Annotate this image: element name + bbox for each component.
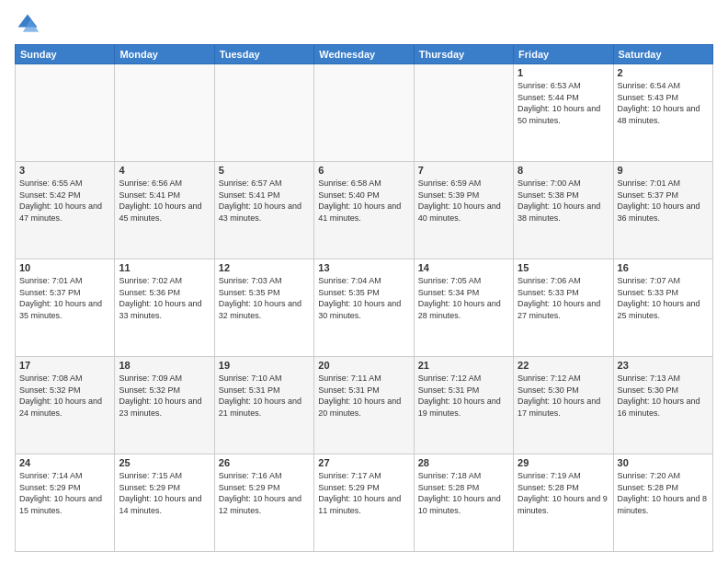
calendar-cell: 15Sunrise: 7:06 AM Sunset: 5:33 PM Dayli…	[514, 259, 613, 357]
day-info: Sunrise: 6:57 AM Sunset: 5:41 PM Dayligh…	[219, 178, 310, 224]
day-info: Sunrise: 7:02 AM Sunset: 5:36 PM Dayligh…	[119, 275, 210, 321]
calendar-cell: 25Sunrise: 7:15 AM Sunset: 5:29 PM Dayli…	[115, 454, 214, 552]
calendar-cell: 5Sunrise: 6:57 AM Sunset: 5:41 PM Daylig…	[214, 162, 313, 259]
calendar-cell: 13Sunrise: 7:04 AM Sunset: 5:35 PM Dayli…	[314, 259, 414, 357]
day-number: 15	[518, 262, 609, 273]
calendar-cell: 17Sunrise: 7:08 AM Sunset: 5:32 PM Dayli…	[16, 357, 115, 454]
day-info: Sunrise: 7:12 AM Sunset: 5:30 PM Dayligh…	[518, 373, 609, 419]
day-number: 1	[518, 67, 609, 78]
day-info: Sunrise: 7:09 AM Sunset: 5:32 PM Dayligh…	[119, 373, 210, 419]
calendar-cell: 4Sunrise: 6:56 AM Sunset: 5:41 PM Daylig…	[115, 162, 214, 259]
logo	[15, 11, 44, 37]
calendar-week-4: 24Sunrise: 7:14 AM Sunset: 5:29 PM Dayli…	[16, 454, 713, 552]
day-number: 19	[219, 360, 310, 371]
day-number: 20	[318, 360, 409, 371]
calendar-header: SundayMondayTuesdayWednesdayThursdayFrid…	[16, 45, 713, 64]
day-number: 7	[418, 165, 509, 176]
calendar-cell: 22Sunrise: 7:12 AM Sunset: 5:30 PM Dayli…	[514, 357, 613, 454]
day-info: Sunrise: 7:00 AM Sunset: 5:38 PM Dayligh…	[518, 178, 609, 224]
calendar-cell: 1Sunrise: 6:53 AM Sunset: 5:44 PM Daylig…	[514, 64, 613, 162]
calendar-cell: 19Sunrise: 7:10 AM Sunset: 5:31 PM Dayli…	[214, 357, 313, 454]
day-number: 25	[119, 457, 210, 468]
day-info: Sunrise: 7:12 AM Sunset: 5:31 PM Dayligh…	[418, 373, 509, 419]
day-number: 17	[19, 360, 110, 371]
day-info: Sunrise: 7:15 AM Sunset: 5:29 PM Dayligh…	[119, 470, 210, 516]
day-number: 28	[418, 457, 509, 468]
day-info: Sunrise: 6:59 AM Sunset: 5:39 PM Dayligh…	[418, 178, 509, 224]
day-info: Sunrise: 7:01 AM Sunset: 5:37 PM Dayligh…	[618, 178, 709, 224]
calendar-cell: 30Sunrise: 7:20 AM Sunset: 5:28 PM Dayli…	[613, 454, 712, 552]
calendar-cell: 6Sunrise: 6:58 AM Sunset: 5:40 PM Daylig…	[314, 162, 414, 259]
calendar-cell: 3Sunrise: 6:55 AM Sunset: 5:42 PM Daylig…	[16, 162, 115, 259]
day-number: 4	[119, 165, 210, 176]
calendar-cell: 26Sunrise: 7:16 AM Sunset: 5:29 PM Dayli…	[214, 454, 313, 552]
calendar-cell: 9Sunrise: 7:01 AM Sunset: 5:37 PM Daylig…	[613, 162, 712, 259]
day-number: 22	[518, 360, 609, 371]
day-info: Sunrise: 7:11 AM Sunset: 5:31 PM Dayligh…	[318, 373, 409, 419]
day-info: Sunrise: 6:53 AM Sunset: 5:44 PM Dayligh…	[518, 80, 609, 126]
day-number: 3	[19, 165, 110, 176]
weekday-header-friday: Friday	[514, 45, 613, 64]
calendar-cell	[115, 64, 214, 162]
header	[15, 11, 713, 37]
logo-icon	[15, 11, 40, 37]
calendar-cell: 2Sunrise: 6:54 AM Sunset: 5:43 PM Daylig…	[613, 64, 712, 162]
day-info: Sunrise: 7:13 AM Sunset: 5:30 PM Dayligh…	[618, 373, 709, 419]
day-number: 21	[418, 360, 509, 371]
calendar-cell: 23Sunrise: 7:13 AM Sunset: 5:30 PM Dayli…	[613, 357, 712, 454]
calendar-cell: 18Sunrise: 7:09 AM Sunset: 5:32 PM Dayli…	[115, 357, 214, 454]
day-number: 9	[618, 165, 709, 176]
day-info: Sunrise: 7:18 AM Sunset: 5:28 PM Dayligh…	[418, 470, 509, 516]
calendar-cell: 8Sunrise: 7:00 AM Sunset: 5:38 PM Daylig…	[514, 162, 613, 259]
weekday-header-tuesday: Tuesday	[214, 45, 313, 64]
calendar-cell	[214, 64, 313, 162]
calendar-cell: 16Sunrise: 7:07 AM Sunset: 5:33 PM Dayli…	[613, 259, 712, 357]
calendar-cell: 14Sunrise: 7:05 AM Sunset: 5:34 PM Dayli…	[414, 259, 513, 357]
weekday-header-sunday: Sunday	[16, 45, 115, 64]
day-number: 27	[318, 457, 409, 468]
day-info: Sunrise: 7:05 AM Sunset: 5:34 PM Dayligh…	[418, 275, 509, 321]
day-info: Sunrise: 7:10 AM Sunset: 5:31 PM Dayligh…	[219, 373, 310, 419]
calendar-cell: 28Sunrise: 7:18 AM Sunset: 5:28 PM Dayli…	[414, 454, 513, 552]
calendar-table: SundayMondayTuesdayWednesdayThursdayFrid…	[15, 44, 713, 552]
day-number: 12	[219, 262, 310, 273]
weekday-header-wednesday: Wednesday	[314, 45, 414, 64]
calendar-cell: 7Sunrise: 6:59 AM Sunset: 5:39 PM Daylig…	[414, 162, 513, 259]
day-info: Sunrise: 7:19 AM Sunset: 5:28 PM Dayligh…	[518, 470, 609, 516]
calendar-cell	[16, 64, 115, 162]
day-number: 24	[19, 457, 110, 468]
day-info: Sunrise: 7:08 AM Sunset: 5:32 PM Dayligh…	[19, 373, 110, 419]
day-number: 26	[219, 457, 310, 468]
calendar-week-3: 17Sunrise: 7:08 AM Sunset: 5:32 PM Dayli…	[16, 357, 713, 454]
day-info: Sunrise: 6:55 AM Sunset: 5:42 PM Dayligh…	[19, 178, 110, 224]
calendar-cell: 24Sunrise: 7:14 AM Sunset: 5:29 PM Dayli…	[16, 454, 115, 552]
day-info: Sunrise: 7:20 AM Sunset: 5:28 PM Dayligh…	[618, 470, 709, 516]
calendar-cell: 11Sunrise: 7:02 AM Sunset: 5:36 PM Dayli…	[115, 259, 214, 357]
calendar-cell: 12Sunrise: 7:03 AM Sunset: 5:35 PM Dayli…	[214, 259, 313, 357]
day-info: Sunrise: 7:06 AM Sunset: 5:33 PM Dayligh…	[518, 275, 609, 321]
day-info: Sunrise: 7:14 AM Sunset: 5:29 PM Dayligh…	[19, 470, 110, 516]
day-number: 18	[119, 360, 210, 371]
day-info: Sunrise: 7:01 AM Sunset: 5:37 PM Dayligh…	[19, 275, 110, 321]
calendar-week-0: 1Sunrise: 6:53 AM Sunset: 5:44 PM Daylig…	[16, 64, 713, 162]
calendar-cell: 10Sunrise: 7:01 AM Sunset: 5:37 PM Dayli…	[16, 259, 115, 357]
day-info: Sunrise: 6:58 AM Sunset: 5:40 PM Dayligh…	[318, 178, 409, 224]
calendar-cell: 29Sunrise: 7:19 AM Sunset: 5:28 PM Dayli…	[514, 454, 613, 552]
day-number: 14	[418, 262, 509, 273]
page: SundayMondayTuesdayWednesdayThursdayFrid…	[0, 0, 728, 563]
day-number: 16	[618, 262, 709, 273]
day-number: 6	[318, 165, 409, 176]
calendar-week-2: 10Sunrise: 7:01 AM Sunset: 5:37 PM Dayli…	[16, 259, 713, 357]
weekday-row: SundayMondayTuesdayWednesdayThursdayFrid…	[16, 45, 713, 64]
calendar-cell: 27Sunrise: 7:17 AM Sunset: 5:29 PM Dayli…	[314, 454, 414, 552]
day-number: 11	[119, 262, 210, 273]
day-info: Sunrise: 7:03 AM Sunset: 5:35 PM Dayligh…	[219, 275, 310, 321]
day-number: 30	[618, 457, 709, 468]
weekday-header-monday: Monday	[115, 45, 214, 64]
day-info: Sunrise: 7:07 AM Sunset: 5:33 PM Dayligh…	[618, 275, 709, 321]
calendar-cell	[314, 64, 414, 162]
day-number: 23	[618, 360, 709, 371]
day-number: 5	[219, 165, 310, 176]
day-info: Sunrise: 7:04 AM Sunset: 5:35 PM Dayligh…	[318, 275, 409, 321]
calendar-body: 1Sunrise: 6:53 AM Sunset: 5:44 PM Daylig…	[16, 64, 713, 552]
